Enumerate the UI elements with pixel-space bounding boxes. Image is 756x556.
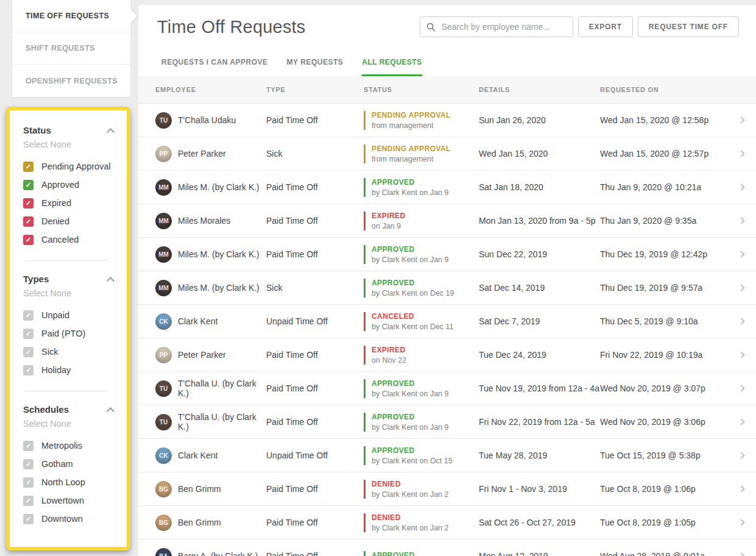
checkbox-icon[interactable]: ✓ (23, 216, 34, 227)
request-details: Sat Jan 18, 2020 (479, 182, 600, 192)
checkbox-icon[interactable]: ✓ (23, 198, 34, 208)
check-icon: ✓ (26, 163, 31, 170)
table-row[interactable]: MM Miles M. (by Clark K.) Sick APPROVED … (138, 271, 756, 305)
chevron-up-icon[interactable] (107, 128, 115, 136)
tab[interactable]: MY REQUESTS (287, 58, 344, 76)
filter-section-schedules: Schedules Select None ✓ Metropolis ✓ Got… (23, 404, 116, 528)
request-details: Tue Dec 24, 2019 (479, 350, 600, 360)
chevron-right-icon[interactable] (738, 251, 744, 257)
checkbox-icon[interactable]: ✓ (23, 162, 34, 172)
checkbox-icon[interactable]: ✓ (23, 347, 34, 357)
table-row[interactable]: MM Miles Morales Paid Time Off EXPIRED o… (138, 204, 756, 238)
checkbox-icon[interactable]: ✓ (23, 365, 34, 376)
filter-checkbox-item[interactable]: ✓ Expired (23, 194, 116, 212)
filter-checkbox-item[interactable]: ✓ Holiday (23, 361, 116, 379)
status-subtext: by Clark Kent on Jan 9 (372, 255, 479, 264)
employee-name: Clark Kent (178, 316, 217, 326)
filter-checkbox-item[interactable]: ✓ Metropolis (23, 437, 116, 455)
chevron-right-icon[interactable] (738, 184, 744, 190)
table-row[interactable]: TU T'Challa Udaku Paid Time Off PENDING … (138, 104, 756, 137)
filter-checkbox-item[interactable]: ✓ Sick (23, 343, 116, 361)
checkbox-icon[interactable]: ✓ (23, 329, 34, 339)
table-row[interactable]: BA Barry A. (by Clark K.) Paid Time Off … (138, 540, 756, 556)
filter-checkbox-item[interactable]: ✓ Denied (23, 212, 116, 230)
chevron-right-icon[interactable] (738, 284, 744, 291)
status-subtext: from management (372, 121, 479, 130)
table-row[interactable]: CK Clark Kent Unpaid Time Off APPROVED b… (138, 439, 756, 472)
filter-checkbox-item[interactable]: ✓ Gotham (23, 455, 116, 473)
chevron-up-icon[interactable] (107, 277, 115, 285)
status-badge: APPROVED by Clark Kent on Jan 9 (364, 245, 479, 264)
request-details: Tue May 28, 2019 (479, 451, 600, 460)
chevron-right-icon[interactable] (738, 552, 744, 556)
filter-checkbox-label: Unpaid (41, 310, 69, 320)
checkbox-icon[interactable]: ✓ (23, 235, 34, 245)
status-label: APPROVED (372, 551, 479, 556)
export-button[interactable]: EXPORT (578, 16, 633, 37)
chevron-right-icon[interactable] (738, 385, 744, 391)
employee-name: Ben Grimm (178, 484, 221, 494)
chevron-right-icon[interactable] (738, 351, 744, 358)
table-row[interactable]: PP Peter Parker Sick PENDING APPROVAL fr… (138, 137, 756, 171)
checkbox-icon[interactable]: ✓ (23, 514, 34, 524)
checkbox-icon[interactable]: ✓ (23, 441, 34, 451)
requested-on: Wed Aug 28, 2019 @ 9:01a (600, 551, 738, 556)
search-box[interactable] (420, 16, 573, 37)
checkbox-icon[interactable]: ✓ (23, 180, 34, 190)
request-time-off-button[interactable]: REQUEST TIME OFF (638, 16, 739, 37)
select-none-link[interactable]: Select None (23, 288, 116, 298)
checkbox-icon[interactable]: ✓ (23, 310, 34, 321)
sidebar-nav-item[interactable]: SHIFT REQUESTS (12, 32, 130, 65)
chevron-right-icon[interactable] (738, 150, 744, 157)
chevron-right-icon[interactable] (738, 485, 744, 492)
table-row[interactable]: MM Miles M. (by Clark K.) Paid Time Off … (138, 171, 756, 204)
filter-checkbox-item[interactable]: ✓ Canceled (23, 230, 116, 249)
status-label: APPROVED (372, 446, 479, 455)
status-badge: APPROVED by Clark Kent on Jan 9 (364, 379, 479, 398)
filter-panel-highlight: Status Select None ✓ Pending Approval ✓ … (6, 107, 130, 551)
requested-on: Thu Jan 9, 2020 @ 10:21a (600, 182, 738, 192)
chevron-right-icon[interactable] (738, 418, 744, 425)
status-badge: CANCELED by Clark Kent on Dec 11 (364, 312, 479, 331)
check-icon: ✓ (26, 312, 31, 319)
chevron-right-icon[interactable] (738, 452, 744, 458)
filter-checkbox-item[interactable]: ✓ Downtown (23, 510, 116, 528)
request-details: Mon Aug 12, 2019 (479, 551, 600, 556)
select-none-link[interactable]: Select None (23, 419, 116, 429)
chevron-up-icon[interactable] (107, 407, 115, 415)
filter-checkbox-item[interactable]: ✓ North Loop (23, 473, 116, 491)
filter-checkbox-item[interactable]: ✓ Paid (PTO) (23, 324, 116, 343)
table-row[interactable]: PP Peter Parker Paid Time Off EXPIRED on… (138, 338, 756, 372)
sidebar-nav-item[interactable]: TIME OFF REQUESTS (12, 0, 130, 32)
search-icon (426, 23, 436, 32)
tab[interactable]: REQUESTS I CAN APPROVE (161, 58, 268, 76)
table-row[interactable]: CK Clark Kent Unpaid Time Off CANCELED b… (138, 305, 756, 338)
search-input[interactable] (440, 21, 567, 32)
table-row[interactable]: BG Ben Grimm Paid Time Off DENIED by Cla… (138, 472, 756, 506)
select-none-link[interactable]: Select None (23, 140, 116, 149)
table-row[interactable]: TU T'Challa U. (by Clark K.) Paid Time O… (138, 372, 756, 405)
checkbox-icon[interactable]: ✓ (23, 496, 34, 506)
checkbox-icon[interactable]: ✓ (23, 459, 34, 469)
status-subtext: by Clark Kent on Jan 2 (372, 490, 479, 499)
table-row[interactable]: TU T'Challa U. (by Clark K.) Paid Time O… (138, 405, 756, 439)
table-row[interactable]: BG Ben Grimm Paid Time Off DENIED by Cla… (138, 506, 756, 540)
filter-checkbox-item[interactable]: ✓ Lowertown (23, 491, 116, 510)
tab[interactable]: ALL REQUESTS (362, 58, 422, 76)
chevron-right-icon[interactable] (738, 217, 744, 224)
sidebar-nav-item[interactable]: OPENSHIFT REQUESTS (12, 65, 130, 97)
filter-checkbox-item[interactable]: ✓ Unpaid (23, 306, 116, 324)
filter-panel: Status Select None ✓ Pending Approval ✓ … (10, 110, 127, 547)
filter-checkbox-item[interactable]: ✓ Approved (23, 176, 116, 194)
requested-on: Wed Nov 20, 2019 @ 3:06p (600, 417, 738, 427)
checkbox-icon[interactable]: ✓ (23, 477, 34, 488)
filter-checkbox-item[interactable]: ✓ Pending Approval (23, 157, 116, 176)
chevron-right-icon[interactable] (738, 519, 744, 526)
column-header: STATUS (364, 86, 479, 93)
table-row[interactable]: MM Miles M. (by Clark K.) Paid Time Off … (138, 238, 756, 271)
sidebar: TIME OFF REQUESTS SHIFT REQUESTS OPENSHI… (6, 0, 130, 551)
chevron-right-icon[interactable] (738, 116, 744, 123)
request-details: Sat Dec 7, 2019 (479, 316, 600, 326)
employee-name: Miles M. (by Clark K.) (178, 283, 260, 293)
chevron-right-icon[interactable] (738, 318, 744, 324)
